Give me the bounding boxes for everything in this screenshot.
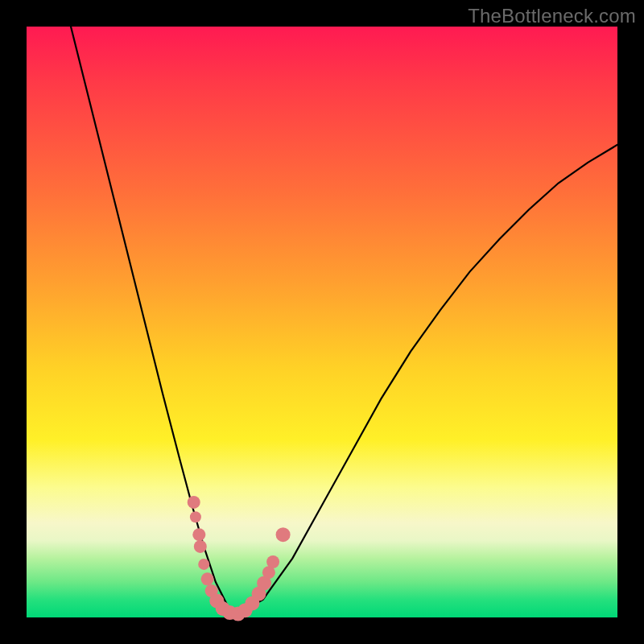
curve-markers <box>188 496 291 621</box>
curve-marker <box>276 527 291 542</box>
curve-marker <box>194 540 207 553</box>
curve-marker <box>198 559 209 570</box>
curve-marker <box>190 511 201 522</box>
curve-marker <box>201 572 214 585</box>
outer-frame: TheBottleneck.com <box>0 0 644 644</box>
curve-marker <box>192 528 205 541</box>
bottleneck-curve <box>71 27 617 614</box>
plot-area <box>27 27 617 617</box>
curve-marker <box>266 555 279 568</box>
watermark-text: TheBottleneck.com <box>468 5 636 27</box>
curve-marker <box>188 496 200 509</box>
chart-svg <box>27 27 617 617</box>
